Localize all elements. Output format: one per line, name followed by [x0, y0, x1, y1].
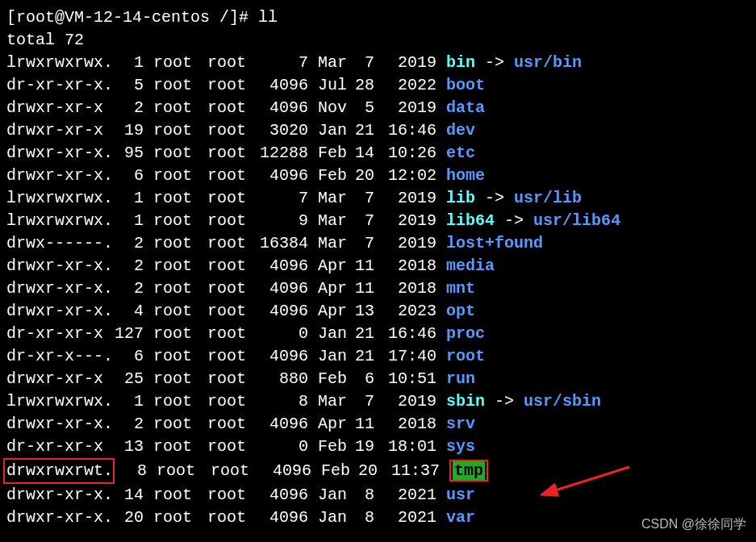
permissions: drwxr-xr-x. [6, 277, 111, 300]
owner: root [153, 413, 198, 436]
group: root [207, 232, 252, 255]
group: root [207, 255, 252, 277]
link-count: 2 [111, 97, 144, 119]
listing-row: dr-xr-xr-x.5 root root4096 Jul28 2022 bo… [6, 74, 750, 97]
listing-row: drwxr-xr-x.95 root root12288 Feb14 10:26… [6, 142, 750, 165]
size: 8 [252, 390, 308, 413]
link-count: 8 [115, 460, 147, 482]
month: Feb [318, 368, 350, 390]
group: root [207, 368, 252, 390]
owner: root [153, 74, 198, 97]
symlink-arrow: -> [495, 211, 533, 230]
month: Feb [318, 165, 350, 187]
size: 0 [252, 436, 308, 458]
day: 21 [350, 345, 374, 368]
symlink-arrow: -> [475, 189, 514, 207]
owner: root [153, 142, 198, 165]
filename: proc [446, 324, 485, 343]
time: 16:46 [384, 323, 436, 345]
filename: media [446, 256, 495, 275]
size: 0 [252, 323, 308, 345]
listing-row: dr-xr-x---.6 root root4096 Jan21 17:40 r… [6, 345, 750, 368]
owner: root [153, 368, 198, 390]
filename: etc [446, 144, 475, 162]
shell-prompt: [root@VM-12-14-centos /]# ll [6, 6, 750, 29]
permissions: dr-xr-x---. [6, 345, 111, 368]
group: root [207, 210, 252, 232]
time: 2019 [384, 232, 436, 255]
owner: root [153, 255, 198, 277]
filename: bin [446, 53, 475, 72]
month: Apr [318, 277, 350, 300]
time: 2021 [384, 507, 436, 529]
total-line: total 72 [6, 29, 750, 52]
time: 18:01 [384, 436, 436, 458]
size: 4096 [252, 255, 308, 277]
permissions: drwxr-xr-x [6, 368, 111, 390]
size: 7 [252, 187, 308, 210]
filename: home [446, 166, 485, 185]
filename: var [446, 508, 475, 527]
group: root [207, 390, 252, 413]
permissions: drwxr-xr-x. [6, 255, 111, 277]
owner: root [153, 390, 198, 413]
permissions: drwxr-xr-x [6, 119, 111, 142]
owner: root [153, 507, 198, 529]
listing-row: drwxr-xr-x2 root root4096 Nov5 2019 data [6, 97, 750, 119]
link-count: 2 [111, 232, 144, 255]
listing-row: drwxr-xr-x.6 root root4096 Feb20 12:02 h… [6, 165, 750, 187]
owner: root [153, 119, 198, 142]
filename: sys [446, 437, 475, 456]
day: 8 [350, 484, 374, 507]
time: 17:40 [384, 345, 436, 368]
filename: lost+found [446, 234, 543, 252]
permissions: dr-xr-xr-x. [6, 74, 111, 97]
day: 7 [350, 390, 374, 413]
time: 2018 [384, 413, 436, 436]
filename: sbin [446, 392, 485, 411]
link-count: 1 [111, 187, 144, 210]
month: Mar [318, 390, 350, 413]
watermark: CSDN @徐徐同学 [641, 513, 746, 536]
month: Apr [318, 413, 350, 436]
permissions: drwxr-xr-x. [6, 413, 111, 436]
month: Mar [318, 187, 350, 210]
month: Jan [318, 507, 350, 529]
day: 28 [350, 74, 374, 97]
time: 2023 [384, 300, 436, 323]
link-count: 1 [111, 390, 144, 413]
group: root [211, 460, 255, 482]
day: 14 [350, 142, 374, 165]
size: 4096 [252, 507, 308, 529]
month: Jan [318, 323, 350, 345]
group: root [207, 507, 252, 529]
permissions: drwxr-xr-x. [6, 484, 111, 507]
owner: root [153, 187, 198, 210]
permissions: dr-xr-xr-x [6, 323, 111, 345]
size: 3020 [252, 119, 308, 142]
permissions: lrwxrwxrwx. [6, 390, 111, 413]
month: Mar [318, 232, 350, 255]
month: Mar [318, 52, 350, 74]
filename: lib [446, 189, 475, 207]
permissions: lrwxrwxrwx. [6, 52, 111, 74]
time: 2019 [384, 187, 436, 210]
link-count: 6 [111, 165, 144, 187]
listing-row: lrwxrwxrwx.1 root root7 Mar7 2019 lib ->… [6, 187, 750, 210]
time: 2019 [384, 390, 436, 413]
filename: run [446, 369, 475, 388]
owner: root [153, 436, 198, 458]
listing-row: drwxr-xr-x.4 root root4096 Apr13 2023 op… [6, 300, 750, 323]
day: 20 [350, 165, 374, 187]
link-count: 2 [111, 277, 144, 300]
symlink-target: usr/bin [514, 53, 582, 72]
month: Jan [318, 119, 350, 142]
permissions: drwxr-xr-x [6, 97, 111, 119]
time: 2019 [384, 210, 436, 232]
filename: boot [446, 76, 485, 94]
filename: data [446, 98, 485, 117]
size: 4096 [252, 277, 308, 300]
filename: lib64 [446, 211, 495, 230]
day: 6 [350, 368, 374, 390]
permissions: drwxr-xr-x. [6, 507, 111, 529]
